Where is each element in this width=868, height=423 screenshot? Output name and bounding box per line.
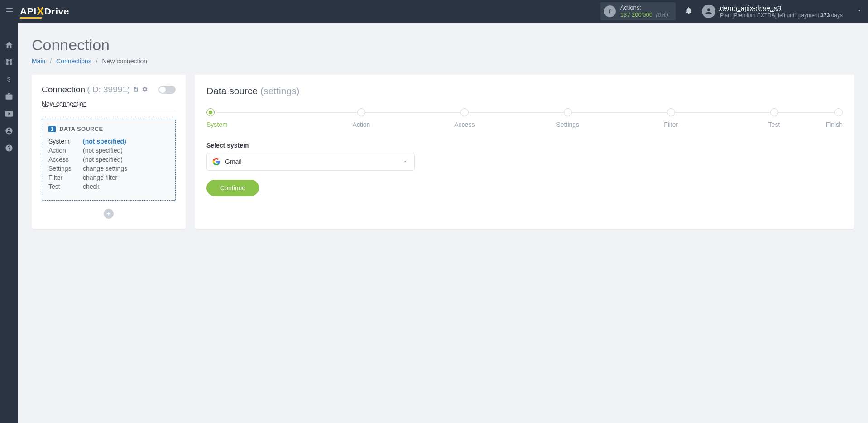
actions-counter[interactable]: i Actions: 13 / 200'000 (0%) — [600, 2, 676, 20]
nav-account-icon[interactable] — [0, 122, 18, 139]
select-system-label: Select system — [206, 142, 843, 149]
source-badge: 1 — [48, 126, 56, 132]
step-filter[interactable]: Filter — [619, 108, 723, 128]
actions-total: 200'000 — [632, 11, 652, 18]
logo[interactable]: APIXDrive — [20, 5, 69, 18]
step-access[interactable]: Access — [413, 108, 516, 128]
connection-panel: Connection (ID: 39991) New connection 1 … — [32, 75, 186, 229]
sidebar — [0, 23, 18, 242]
source-row-settings[interactable]: Settingschange settings — [48, 165, 169, 172]
continue-button[interactable]: Continue — [206, 180, 259, 196]
nav-help-icon[interactable] — [0, 139, 18, 157]
panel-title: Data source (settings) — [206, 86, 843, 96]
nav-connections-icon[interactable] — [0, 53, 18, 71]
chevron-down-icon[interactable] — [856, 7, 863, 15]
source-row-test[interactable]: Testcheck — [48, 183, 169, 190]
gmail-icon — [212, 158, 221, 166]
source-row-system[interactable]: System(not specified) — [48, 138, 169, 145]
document-icon[interactable] — [133, 86, 139, 94]
step-system[interactable]: System — [206, 108, 310, 128]
source-title: DATA SOURCE — [59, 125, 103, 132]
step-test[interactable]: Test — [723, 108, 826, 128]
step-finish[interactable]: Finish — [826, 108, 843, 128]
add-destination-button[interactable]: + — [104, 209, 114, 219]
actions-used: 13 — [620, 11, 627, 18]
data-source-box: 1 DATA SOURCE System(not specified)Actio… — [42, 119, 176, 201]
nav-home-icon[interactable] — [0, 36, 18, 53]
chevron-down-icon — [403, 159, 408, 165]
menu-icon[interactable]: ☰ — [5, 6, 14, 17]
breadcrumb-main[interactable]: Main — [32, 58, 45, 65]
step-settings[interactable]: Settings — [516, 108, 619, 128]
nav-briefcase-icon[interactable] — [0, 88, 18, 105]
source-row-access[interactable]: Access(not specified) — [48, 156, 169, 163]
breadcrumb: Main / Connections / New connection — [32, 58, 854, 65]
breadcrumb-current: New connection — [102, 58, 148, 65]
actions-label: Actions: — [620, 4, 668, 11]
page-title: Connection — [32, 36, 854, 54]
selected-system: Gmail — [225, 158, 242, 165]
source-row-filter[interactable]: Filterchange filter — [48, 174, 169, 181]
connection-name[interactable]: New connection — [42, 100, 176, 112]
connection-toggle[interactable] — [158, 86, 176, 94]
user-name: demo_apix-drive_s3 — [720, 4, 843, 12]
system-select[interactable]: Gmail — [206, 153, 415, 171]
user-menu[interactable]: demo_apix-drive_s3 Plan |Premium EXTRA| … — [702, 4, 863, 19]
source-row-action[interactable]: Action(not specified) — [48, 147, 169, 154]
bell-icon[interactable] — [685, 6, 693, 17]
info-icon: i — [604, 5, 616, 17]
connection-id: (ID: 39991) — [87, 85, 130, 95]
user-plan: Plan |Premium EXTRA| left until payment … — [720, 12, 843, 19]
step-action[interactable]: Action — [310, 108, 413, 128]
settings-panel: Data source (settings) SystemActionAcces… — [195, 75, 854, 229]
top-header: ☰ APIXDrive i Actions: 13 / 200'000 (0%)… — [0, 0, 868, 23]
nav-billing-icon[interactable] — [0, 71, 18, 88]
breadcrumb-connections[interactable]: Connections — [56, 58, 91, 65]
actions-percent: (0%) — [656, 11, 668, 18]
stepper: SystemActionAccessSettingsFilterTestFini… — [206, 108, 843, 128]
connection-title: Connection — [42, 85, 85, 95]
gear-icon[interactable] — [142, 86, 148, 94]
avatar-icon — [702, 5, 715, 18]
nav-video-icon[interactable] — [0, 105, 18, 122]
